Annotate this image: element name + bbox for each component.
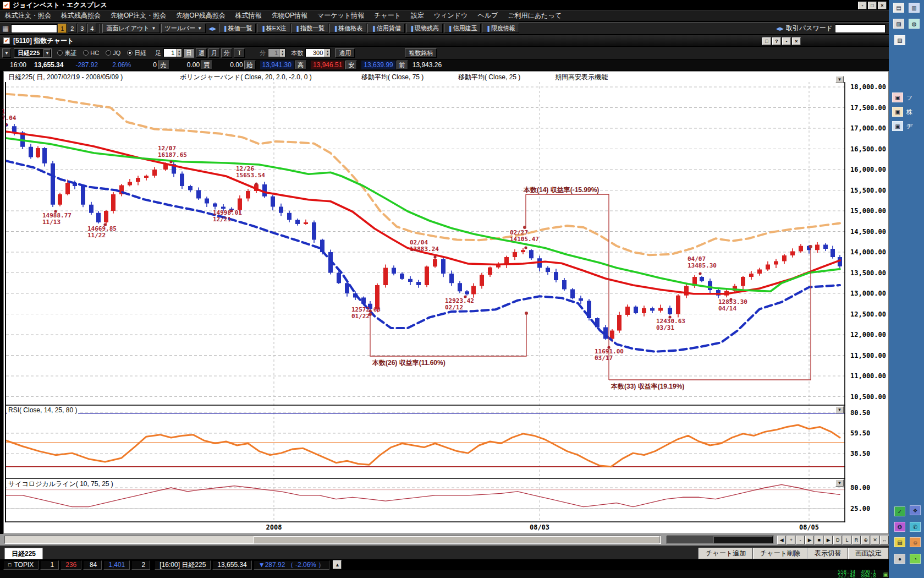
quick-button-2[interactable]: ▐指数一覧 xyxy=(292,24,328,33)
quick-button-5[interactable]: ▐現物残高 xyxy=(406,24,443,33)
menu-item-5[interactable]: 先物OP情報 xyxy=(267,11,312,20)
quick-button-4[interactable]: ▐信用貸借 xyxy=(367,24,404,33)
play-button[interactable]: ▶ xyxy=(824,536,833,544)
shortcut-icon-kabu[interactable]: ▣ xyxy=(892,107,903,117)
info-icon[interactable]: ◍ xyxy=(909,19,920,29)
stop-button[interactable]: ■ xyxy=(815,536,823,544)
menu-item-0[interactable]: 株式注文・照会 xyxy=(0,11,56,20)
chevron-down-icon[interactable]: ▼ xyxy=(43,49,51,57)
close-button[interactable]: × xyxy=(878,2,887,9)
menu-item-10[interactable]: ヘルプ xyxy=(472,11,503,20)
period-button-週[interactable]: 週 xyxy=(196,48,207,58)
shortcut-icon-ji[interactable]: ▣ xyxy=(892,121,903,131)
screen-settings-button[interactable]: 画面設定 xyxy=(848,548,889,559)
spinner-arrows-icon[interactable]: ▲▼ xyxy=(324,49,330,57)
menu-item-7[interactable]: チャート xyxy=(369,11,406,20)
step-left-button[interactable]: ◀ xyxy=(777,536,786,544)
psych-panel-menu-button[interactable]: ▼ xyxy=(835,479,844,487)
bars-spinner[interactable]: 300▲▼ xyxy=(305,48,331,57)
chart-help-button[interactable]: ? xyxy=(772,37,781,45)
magnifier-button[interactable]: ⊕ xyxy=(861,536,870,544)
scroll-up-button[interactable]: ▲ xyxy=(333,560,342,569)
multi-symbol-button[interactable]: 複数銘柄 xyxy=(405,48,437,58)
quick-button-0[interactable]: ▐株価一覧 xyxy=(219,24,256,33)
zoom-range-thumb[interactable] xyxy=(713,536,773,543)
l-button[interactable]: L xyxy=(843,536,851,544)
quick-button-3[interactable]: ▐株価格表 xyxy=(329,24,366,33)
sell-label-chip: 売 xyxy=(158,61,169,69)
tray-icon-gray[interactable]: ● xyxy=(894,554,905,564)
interval-spinner[interactable]: 1▲▼ xyxy=(163,48,182,57)
menu-item-8[interactable]: 設定 xyxy=(406,11,429,20)
zoom-in-button[interactable]: + xyxy=(787,536,795,544)
market-radio-日経[interactable]: 日経 xyxy=(127,49,146,57)
tray-icon-green[interactable]: ✓ xyxy=(894,506,905,516)
period-button-T[interactable]: T xyxy=(234,48,245,58)
tray-icon-clock[interactable]: ◔ xyxy=(910,554,921,564)
printer-icon[interactable]: ▨ xyxy=(893,19,904,29)
chart-tab-nikkei225[interactable]: 日経225 xyxy=(4,548,43,559)
tray-icon-orange[interactable]: ☺ xyxy=(910,537,921,547)
chart-minimize-button[interactable]: - xyxy=(782,37,791,45)
quick-code-input[interactable] xyxy=(11,24,57,33)
shortcut-icon-fu[interactable]: ▣ xyxy=(892,92,903,102)
rsi-panel-menu-button[interactable]: ▼ xyxy=(835,406,844,413)
minute-spinner[interactable]: 1▲▼ xyxy=(268,48,285,57)
menu-item-3[interactable]: 先物OP残高照会 xyxy=(171,11,230,20)
toggle-view-button[interactable]: 表示切替 xyxy=(807,548,848,559)
scrollbar-thumb[interactable] xyxy=(254,536,659,543)
screen-layout-button[interactable]: 画面レイアウト ▼ xyxy=(102,24,160,33)
zoom-range-bar[interactable] xyxy=(667,536,774,544)
delete-chart-button[interactable]: チャート削除 xyxy=(753,548,807,559)
tray-icon-phone[interactable]: ✆ xyxy=(910,522,921,532)
market-radio-JQ[interactable]: JQ xyxy=(106,50,120,56)
period-button-日[interactable]: 日 xyxy=(183,48,194,58)
market-radio-東証[interactable]: 東証 xyxy=(57,49,76,57)
spinner-arrows-icon[interactable]: ▲▼ xyxy=(176,49,182,57)
market-radio-label: 東証 xyxy=(64,49,76,57)
layout-button-1[interactable]: 1 xyxy=(58,24,67,33)
close-chart-button[interactable]: ✕ xyxy=(871,536,879,544)
chart-h-scrollbar[interactable] xyxy=(4,536,661,544)
menu-item-1[interactable]: 株式残高照会 xyxy=(56,11,106,20)
d-button[interactable]: D xyxy=(833,536,842,544)
menu-item-9[interactable]: ウィンドウ xyxy=(429,11,472,20)
symbol-combo[interactable]: 日経225▼ xyxy=(14,48,52,58)
document-icon[interactable]: ▤ xyxy=(893,3,904,13)
chart-dropdown-button[interactable]: ▼ xyxy=(2,48,11,58)
layout-button-2[interactable]: 2 xyxy=(68,24,76,33)
candle-body xyxy=(749,274,754,277)
minimize-button[interactable]: - xyxy=(858,2,867,9)
layout-button-4[interactable]: 4 xyxy=(87,24,96,33)
chart-area[interactable]: 日経225( 日, 2007/02/19 - 2008/05/09 )ボリンジャ… xyxy=(3,71,889,534)
maximize-button[interactable]: □ xyxy=(868,2,877,9)
spinner-arrows-icon[interactable]: ▲▼ xyxy=(279,49,285,57)
menu-item-6[interactable]: マーケット情報 xyxy=(312,11,369,20)
zoom-out-button[interactable]: - xyxy=(796,536,805,544)
period-button-月[interactable]: 月 xyxy=(208,48,219,58)
main-panel-menu-button[interactable]: ▼ xyxy=(835,76,844,83)
quick-button-7[interactable]: ▐限度情報 xyxy=(482,24,519,33)
fit-button[interactable]: ↔ xyxy=(880,536,889,544)
tray-icon-yellow[interactable]: ▤ xyxy=(894,537,905,547)
period-button-分[interactable]: 分 xyxy=(221,48,232,58)
tray-icon-purple[interactable]: ❂ xyxy=(894,522,905,532)
market-radio-HC[interactable]: HC xyxy=(83,50,99,56)
tray-icon-blue[interactable]: ❖ xyxy=(910,505,921,515)
layout-button-3[interactable]: 3 xyxy=(78,24,86,33)
menu-item-11[interactable]: ご利用にあたって xyxy=(503,11,566,20)
toolbar-menu-button[interactable]: ツールバー ▼ xyxy=(161,24,206,33)
menu-item-2[interactable]: 先物OP注文・照会 xyxy=(106,11,171,20)
monitor-icon[interactable]: ▥ xyxy=(909,3,920,13)
menu-item-4[interactable]: 株式情報 xyxy=(230,11,267,20)
add-chart-button[interactable]: チャート追加 xyxy=(698,548,753,559)
r-button[interactable]: R xyxy=(852,536,861,544)
apply-button[interactable]: 適用 xyxy=(335,48,355,58)
trade-password-input[interactable] xyxy=(835,24,886,33)
chart-close-button[interactable]: × xyxy=(792,37,801,45)
step-right-button[interactable]: ▶ xyxy=(805,536,814,544)
quick-button-1[interactable]: ▐株EX注 xyxy=(257,24,290,33)
quick-button-6[interactable]: ▐信用建玉 xyxy=(444,24,481,33)
notes-icon[interactable]: ▧ xyxy=(894,35,905,45)
chart-restore-button[interactable]: □ xyxy=(762,37,771,45)
